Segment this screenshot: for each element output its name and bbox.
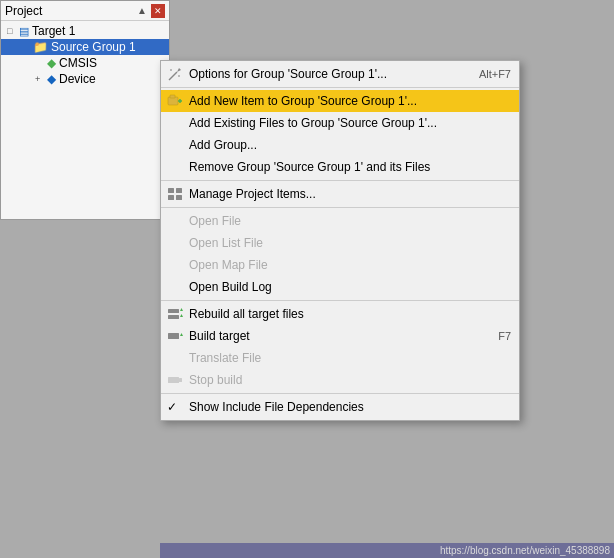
tree-label-device: Device [59, 72, 96, 86]
tree-label-cmsis: CMSIS [59, 56, 97, 70]
menu-item-translate-file: Translate File [161, 347, 519, 369]
menu-label-open-file: Open File [189, 214, 241, 228]
manage-icon [167, 186, 183, 202]
menu-item-add-new-item[interactable]: Add New Item to Group 'Source Group 1'..… [161, 90, 519, 112]
panel-title: Project [5, 4, 42, 18]
menu-item-add-group[interactable]: Add Group... [161, 134, 519, 156]
watermark: https://blog.csdn.net/weixin_45388898 [160, 543, 614, 558]
wand-icon [167, 66, 183, 82]
check-show-include: ✓ [167, 400, 177, 414]
tree-label-sourcegroup1: Source Group 1 [51, 40, 136, 54]
context-menu: Options for Group 'Source Group 1'... Al… [160, 60, 520, 421]
menu-item-open-list-file: Open List File [161, 232, 519, 254]
stop-build-icon [167, 372, 183, 388]
tree-item-target1[interactable]: □ ▤ Target 1 [1, 23, 169, 39]
watermark-text: https://blog.csdn.net/weixin_45388898 [440, 545, 610, 556]
panel-title-left: Project [5, 4, 42, 18]
menu-item-options-group[interactable]: Options for Group 'Source Group 1'... Al… [161, 63, 519, 85]
menu-label-open-map-file: Open Map File [189, 258, 268, 272]
svg-rect-9 [176, 188, 182, 193]
tree-item-device[interactable]: + ◆ Device [1, 71, 169, 87]
svg-marker-17 [180, 333, 183, 336]
gem-icon-cmsis: ◆ [47, 56, 56, 70]
menu-label-options-group: Options for Group 'Source Group 1'... [189, 67, 387, 81]
menu-label-add-existing-files: Add Existing Files to Group 'Source Grou… [189, 116, 437, 130]
expand-icon-device: + [35, 74, 45, 84]
separator-4 [161, 300, 519, 301]
svg-point-3 [178, 75, 180, 77]
menu-label-add-new-item: Add New Item to Group 'Source Group 1'..… [189, 94, 417, 108]
svg-rect-18 [168, 377, 179, 383]
menu-label-add-group: Add Group... [189, 138, 257, 152]
tree-label-target1: Target 1 [32, 24, 75, 38]
rebuild-icon [167, 306, 183, 322]
menu-item-remove-group[interactable]: Remove Group 'Source Group 1' and its Fi… [161, 156, 519, 178]
menu-label-show-include: Show Include File Dependencies [189, 400, 364, 414]
add-new-icon [167, 93, 183, 109]
menu-item-open-build-log[interactable]: Open Build Log [161, 276, 519, 298]
panel-pin-button[interactable]: ▲ [137, 5, 147, 16]
svg-point-2 [170, 69, 172, 71]
expand-icon-target1: □ [7, 26, 17, 36]
panel-close-button[interactable]: ✕ [151, 4, 165, 18]
menu-label-open-build-log: Open Build Log [189, 280, 272, 294]
svg-rect-11 [176, 195, 182, 200]
svg-marker-15 [180, 314, 183, 317]
menu-item-open-map-file: Open Map File [161, 254, 519, 276]
separator-3 [161, 207, 519, 208]
folder-icon-sourcegroup1: 📁 [33, 40, 48, 54]
menu-label-rebuild-all: Rebuild all target files [189, 307, 304, 321]
tree-item-sourcegroup1[interactable]: 📁 Source Group 1 [1, 39, 169, 55]
menu-item-add-existing-files[interactable]: Add Existing Files to Group 'Source Grou… [161, 112, 519, 134]
menu-item-manage-project[interactable]: Manage Project Items... [161, 183, 519, 205]
svg-marker-1 [177, 68, 181, 72]
menu-item-stop-build: Stop build [161, 369, 519, 391]
separator-1 [161, 87, 519, 88]
shortcut-options-group: Alt+F7 [479, 68, 511, 80]
svg-rect-8 [168, 188, 174, 193]
menu-label-open-list-file: Open List File [189, 236, 263, 250]
separator-2 [161, 180, 519, 181]
svg-rect-16 [168, 333, 179, 339]
gem-icon-device: ◆ [47, 72, 56, 86]
panel-titlebar: Project ▲ ✕ [1, 1, 169, 21]
target-icon: ▤ [19, 25, 29, 38]
svg-rect-5 [170, 95, 175, 98]
menu-item-open-file: Open File [161, 210, 519, 232]
svg-marker-14 [180, 308, 183, 311]
menu-label-manage-project: Manage Project Items... [189, 187, 316, 201]
project-tree: □ ▤ Target 1 📁 Source Group 1 ◆ CMSIS + … [1, 21, 169, 89]
menu-item-show-include[interactable]: ✓ Show Include File Dependencies [161, 396, 519, 418]
tree-item-cmsis[interactable]: ◆ CMSIS [1, 55, 169, 71]
menu-label-stop-build: Stop build [189, 373, 242, 387]
menu-item-rebuild-all[interactable]: Rebuild all target files [161, 303, 519, 325]
separator-5 [161, 393, 519, 394]
svg-line-0 [169, 72, 177, 80]
svg-rect-12 [168, 309, 179, 313]
project-panel: Project ▲ ✕ □ ▤ Target 1 📁 Source Group … [0, 0, 170, 220]
menu-label-translate-file: Translate File [189, 351, 261, 365]
svg-rect-13 [168, 315, 179, 319]
build-icon [167, 328, 183, 344]
svg-rect-19 [179, 378, 182, 382]
menu-item-build-target[interactable]: Build target F7 [161, 325, 519, 347]
menu-label-build-target: Build target [189, 329, 250, 343]
shortcut-build-target: F7 [498, 330, 511, 342]
svg-rect-10 [168, 195, 174, 200]
menu-label-remove-group: Remove Group 'Source Group 1' and its Fi… [189, 160, 430, 174]
